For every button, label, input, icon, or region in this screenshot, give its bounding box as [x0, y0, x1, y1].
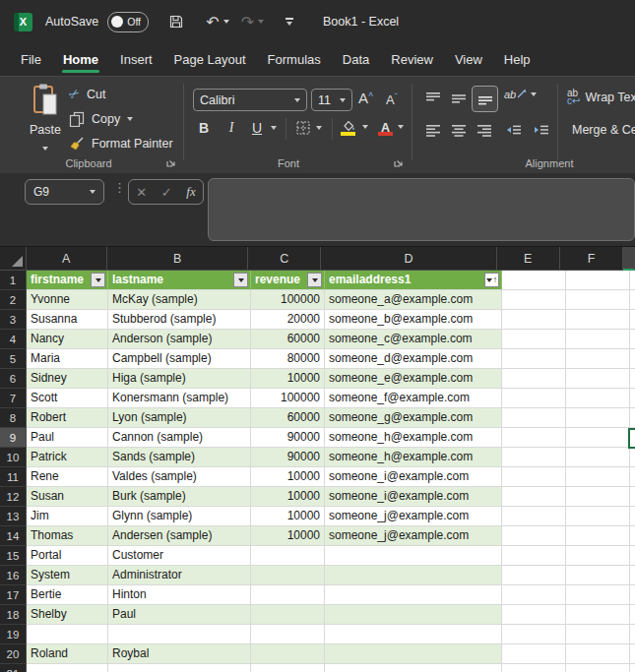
cell[interactable]: someone_f@example.com — [325, 389, 502, 408]
cell[interactable]: 20000 — [251, 310, 325, 330]
font-dialog-launcher-icon[interactable] — [393, 156, 405, 168]
copy-dropdown-chevron-icon[interactable] — [127, 117, 133, 121]
fill-color-button[interactable] — [341, 118, 368, 136]
cell[interactable]: 60000 — [251, 408, 325, 428]
cell[interactable]: someone_i@example.com — [325, 467, 502, 487]
increase-font-size-button[interactable]: A˄ — [358, 90, 373, 106]
tab-formulas[interactable]: Formulas — [257, 43, 332, 76]
cell[interactable]: Scott — [27, 389, 108, 408]
cell[interactable]: Jim — [27, 507, 108, 526]
row-header-2[interactable]: 2 — [0, 290, 27, 310]
column-header-g[interactable]: G — [623, 247, 635, 271]
redo-dropdown-chevron-icon[interactable] — [258, 20, 264, 24]
active-cell-selection-g9[interactable] — [628, 428, 635, 449]
cell[interactable] — [630, 644, 635, 664]
cell[interactable]: someone_h@example.com — [325, 448, 502, 467]
cell[interactable]: Customer — [108, 546, 251, 566]
italic-button[interactable]: I — [222, 120, 240, 136]
cell-e1[interactable] — [502, 271, 566, 290]
row-header-15[interactable]: 15 — [0, 546, 27, 566]
cell[interactable] — [630, 389, 635, 408]
borders-button[interactable] — [295, 120, 322, 136]
cell[interactable] — [251, 605, 325, 625]
cell[interactable] — [630, 330, 635, 349]
fill-color-chevron-icon[interactable] — [362, 125, 368, 129]
cell[interactable]: Yvonne — [27, 290, 108, 310]
underline-dropdown-chevron-icon[interactable] — [271, 126, 277, 130]
cell[interactable] — [502, 507, 566, 526]
cell[interactable] — [251, 566, 325, 585]
cell[interactable] — [251, 546, 325, 566]
cell[interactable]: Patrick — [27, 448, 108, 467]
cell[interactable]: someone_e@example.com — [325, 369, 502, 389]
cell[interactable] — [630, 487, 635, 507]
top-align-button[interactable] — [425, 91, 441, 106]
cell[interactable] — [251, 664, 325, 672]
tab-view[interactable]: View — [444, 43, 493, 76]
clipboard-dialog-launcher-icon[interactable] — [165, 156, 177, 168]
tab-data[interactable]: Data — [332, 43, 380, 76]
row-header-13[interactable]: 13 — [0, 507, 27, 526]
font-color-chevron-icon[interactable] — [398, 125, 404, 129]
row-header-17[interactable]: 17 — [0, 585, 27, 605]
cell[interactable] — [502, 448, 566, 467]
row-header-3[interactable]: 3 — [0, 310, 27, 330]
cell[interactable] — [630, 369, 635, 389]
cell[interactable]: Bertie — [27, 585, 108, 605]
cell[interactable]: Roland — [27, 644, 108, 664]
cell[interactable]: Higa (sample) — [108, 369, 251, 389]
cell[interactable] — [630, 290, 635, 310]
column-header-d[interactable]: D — [321, 247, 496, 271]
cell[interactable] — [566, 487, 630, 507]
cell[interactable] — [502, 546, 566, 566]
cell[interactable]: Shelby — [27, 605, 108, 625]
cell[interactable] — [502, 389, 566, 408]
increase-indent-button[interactable] — [534, 122, 549, 138]
cell[interactable]: someone_i@example.com — [325, 487, 502, 507]
cell[interactable] — [566, 467, 630, 487]
cell[interactable]: Robert — [27, 408, 108, 428]
cell[interactable] — [502, 625, 566, 644]
redo-button[interactable]: ↷ — [237, 10, 268, 34]
column-header-a[interactable]: A — [27, 247, 107, 271]
cell[interactable] — [630, 526, 635, 546]
column-header-f[interactable]: F — [560, 247, 623, 271]
cell[interactable] — [566, 546, 630, 566]
cell[interactable] — [325, 605, 502, 625]
excel-app-icon[interactable]: X — [14, 13, 32, 31]
row-header-19[interactable]: 19 — [0, 625, 27, 644]
font-color-button[interactable]: A — [378, 118, 404, 136]
cell[interactable]: 10000 — [251, 369, 325, 389]
cell[interactable]: 100000 — [251, 290, 325, 310]
borders-dropdown-chevron-icon[interactable] — [316, 126, 322, 130]
cell[interactable] — [630, 349, 635, 369]
cell[interactable] — [502, 566, 566, 585]
row-header-9[interactable]: 9 — [0, 428, 27, 448]
orientation-button[interactable]: ab — [504, 89, 537, 100]
align-right-button[interactable] — [476, 122, 492, 138]
cell[interactable] — [502, 408, 566, 428]
cell[interactable] — [502, 644, 566, 664]
cell[interactable] — [502, 290, 566, 310]
cell[interactable]: 10000 — [251, 507, 325, 526]
cell[interactable]: Anderson (sample) — [108, 330, 251, 349]
cell[interactable] — [630, 585, 635, 605]
cell[interactable] — [108, 625, 251, 644]
cell[interactable]: Nancy — [27, 330, 108, 349]
cell[interactable] — [251, 625, 325, 644]
decrease-font-size-button[interactable]: Aˇ — [386, 92, 398, 107]
cell[interactable] — [566, 625, 630, 644]
middle-align-button[interactable] — [451, 91, 467, 106]
cell[interactable]: Susanna — [27, 310, 108, 330]
font-name-combo[interactable]: Calibri — [193, 89, 307, 111]
tab-home[interactable]: Home — [52, 43, 109, 76]
cell[interactable]: 80000 — [251, 349, 325, 369]
cancel-entry-icon[interactable]: ✕ — [136, 185, 147, 200]
bottom-align-button-selected[interactable] — [472, 86, 498, 112]
cell[interactable] — [630, 507, 635, 526]
wrap-text-button[interactable]: abc↩ Wrap Text — [567, 90, 635, 105]
format-painter-button[interactable]: Format Painter — [69, 136, 173, 152]
cell[interactable] — [27, 625, 108, 644]
row-header-21[interactable]: 21 — [0, 664, 27, 672]
row-header-11[interactable]: 11 — [0, 467, 27, 487]
